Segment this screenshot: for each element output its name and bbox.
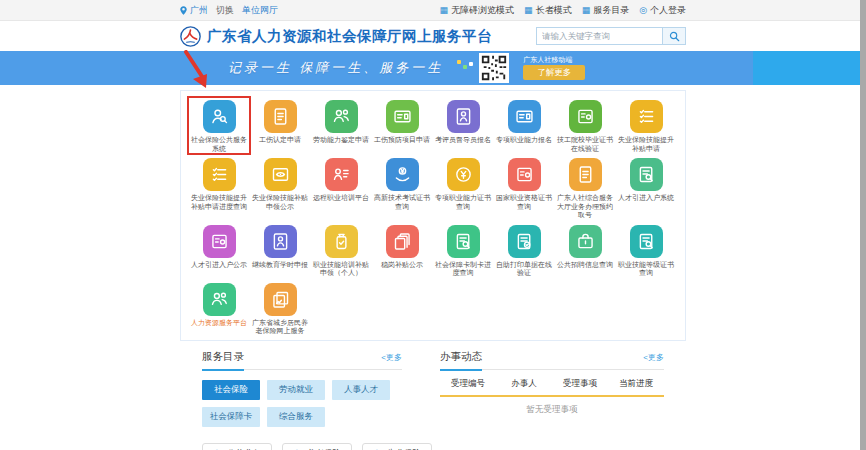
checklist-icon — [630, 100, 663, 133]
service-catalog-more-link[interactable]: <更多 — [381, 352, 402, 363]
service-catalog-section: 服务目录 <更多 社会保险劳动就业人事人才社会保障卡综合服务 公共业务养老保险失… — [202, 350, 402, 450]
site-header: 广东省人力资源和社会保障厅网上服务平台 — [0, 21, 866, 51]
service-icon-item[interactable]: 工伤认定申请 — [250, 98, 310, 153]
service-icon-label: 自助打印单据在线验证 — [494, 261, 554, 278]
service-icon-item[interactable]: 社会保障卡制卡进度查询 — [433, 223, 493, 278]
progress-more-link[interactable]: <更多 — [643, 352, 664, 363]
catalog-tab-2[interactable]: 劳动就业 — [267, 380, 325, 400]
service-icon-label: 人力资源服务平台 — [189, 319, 249, 328]
service-icon-item[interactable]: 考评员督导员报名 — [433, 98, 493, 153]
service-icon-label: 高新技术考试证书查询 — [372, 194, 432, 211]
service-icon-item[interactable]: 人才引进入户公示 — [189, 223, 249, 278]
doc-icon — [264, 100, 297, 133]
search-input[interactable] — [536, 27, 662, 45]
service-icon-item[interactable]: 公共招聘信息查询 — [555, 223, 615, 278]
service-icon-item[interactable]: 广东省城乡居民养老保险网上服务 — [250, 281, 310, 336]
catalog-tab-1[interactable]: 社会保险 — [202, 380, 260, 400]
service-icon-item[interactable]: 远程职业培训平台 — [311, 156, 371, 220]
service-icon-label: 广东人社综合服务大厅业务办理预约取号 — [555, 194, 615, 220]
checklist-icon — [203, 158, 236, 191]
switch-city-link[interactable]: 切换 — [216, 4, 234, 17]
service-icon-label: 国家职业资格证书查询 — [494, 194, 554, 211]
progress-column-header: 受理事项 — [552, 378, 608, 390]
service-icon-item[interactable]: 人力资源服务平台 — [189, 281, 249, 336]
site-search — [536, 27, 686, 45]
service-icon-item[interactable]: 专项职业能力报名 — [494, 98, 554, 153]
service-icon-label: 失业保险技能提升补贴申请进度查询 — [189, 194, 249, 211]
doc-search-icon — [630, 225, 663, 258]
service-icon-item[interactable]: 稳岗补贴公示 — [372, 223, 432, 278]
personal-login-link[interactable]: ◎ 个人登录 — [639, 4, 686, 17]
cert-icon — [569, 100, 602, 133]
service-icon-item[interactable]: 职业技能培训补贴申领（个人） — [311, 223, 371, 278]
service-icon-item[interactable]: 技工院校毕业证书在线验证 — [555, 98, 615, 153]
service-icon-label: 工伤认定申请 — [250, 136, 310, 145]
service-icon-item[interactable]: 自助打印单据在线验证 — [494, 223, 554, 278]
service-icon-item[interactable]: 工伤预防项目申请 — [372, 98, 432, 153]
service-catalog-title: 服务目录 — [202, 350, 244, 364]
learn-more-button[interactable]: 了解更多 — [523, 65, 585, 80]
progress-column-header: 办事人 — [496, 378, 552, 390]
search-button[interactable] — [662, 27, 686, 45]
location-selector[interactable]: 广州 — [180, 4, 208, 17]
photo-check-icon — [264, 283, 297, 316]
service-icon-item[interactable]: 失业保险技能提升补贴申请 — [616, 98, 676, 153]
catalog-tab-3[interactable]: 人事人才 — [332, 380, 390, 400]
insurance-button-2[interactable]: 养老保险 — [282, 443, 352, 450]
coin-icon — [447, 158, 480, 191]
service-icon-item[interactable]: 失业保险技能提升补贴申请进度查询 — [189, 156, 249, 220]
service-icon-item[interactable]: 广东人社综合服务大厅业务办理预约取号 — [555, 156, 615, 220]
doc-check-icon — [508, 225, 541, 258]
catalog-icon: ▦ — [582, 6, 591, 15]
service-icon-item[interactable]: 专项职业能力证书查询 — [433, 156, 493, 220]
elder-mode-icon: ▦ — [524, 6, 533, 15]
service-icon-item[interactable]: 失业保险技能补贴申领公示 — [250, 156, 310, 220]
service-icon-item[interactable]: 国家职业资格证书查询 — [494, 156, 554, 220]
confetti-decoration — [457, 60, 473, 69]
progress-title: 办事动态 — [440, 350, 482, 364]
promo-banner[interactable]: 记录一生 保障一生、服务一生 广东人社移动端 了解更多 — [0, 51, 866, 85]
service-icon-label: 公共招聘信息查询 — [555, 261, 615, 270]
location-pin-icon — [180, 6, 187, 15]
progress-column-header: 当前进度 — [608, 378, 664, 390]
service-icon-item[interactable]: 劳动能力鉴定申请 — [311, 98, 371, 153]
insurance-button-3[interactable]: 失业保险 — [362, 443, 432, 450]
service-icon-label: 社会保障卡制卡进度查询 — [433, 261, 493, 278]
progress-empty-message: 暂无受理事项 — [440, 404, 664, 416]
progress-section: 办事动态 <更多 受理编号办事人受理事项当前进度 暂无受理事项 — [440, 350, 664, 450]
city-label[interactable]: 广州 — [190, 4, 208, 17]
person-door-icon — [264, 225, 297, 258]
accessibility-mode-link[interactable]: ▦ 无障碍浏览模式 — [440, 4, 515, 17]
service-icon-item[interactable]: 人才引进入户系统 — [616, 156, 676, 220]
doc-search-icon — [447, 225, 480, 258]
service-icon-item[interactable]: 高新技术考试证书查询 — [372, 156, 432, 220]
service-icon-item[interactable]: 继续教育学时申报 — [250, 223, 310, 278]
person-door-icon — [447, 100, 480, 133]
service-icon-label: 专项职业能力报名 — [494, 136, 554, 145]
people-icon — [325, 100, 358, 133]
site-logo — [180, 26, 201, 47]
person-list-icon — [325, 158, 358, 191]
qr-caption: 广东人社移动端 — [523, 56, 572, 63]
service-icon-label: 工伤预防项目申请 — [372, 136, 432, 145]
service-icon-label: 考评员督导员报名 — [433, 136, 493, 145]
jar-icon — [325, 225, 358, 258]
people-icon — [203, 283, 236, 316]
service-icon-label: 广东省城乡居民养老保险网上服务 — [250, 319, 310, 336]
catalog-tab-4[interactable]: 社会保障卡 — [202, 407, 260, 427]
unit-hall-link[interactable]: 单位网厅 — [242, 4, 278, 17]
scrollbar-thumb[interactable] — [860, 0, 866, 450]
insurance-button-1[interactable]: 公共业务 — [202, 443, 272, 450]
catalog-tab-5[interactable]: 综合服务 — [267, 407, 325, 427]
service-icon-grid: 社会保险公共服务系统工伤认定申请劳动能力鉴定申请工伤预防项目申请考评员督导员报名… — [180, 90, 686, 341]
bag-icon — [569, 225, 602, 258]
doc-search-icon — [630, 158, 663, 191]
service-icon-item[interactable]: 社会保险公共服务系统 — [189, 98, 249, 153]
cert-icon — [203, 225, 236, 258]
page-scrollbar[interactable] — [860, 0, 866, 450]
top-utility-bar: 广州 切换 单位网厅 ▦ 无障碍浏览模式 ▦ 长者模式 ▦ 服务目录 ◎ 个人登… — [0, 0, 866, 21]
service-catalog-link[interactable]: ▦ 服务目录 — [582, 4, 630, 17]
elder-mode-link[interactable]: ▦ 长者模式 — [524, 4, 572, 17]
service-icon-item[interactable]: 职业技能等级证书查询 — [616, 223, 676, 278]
card-icon — [508, 100, 541, 133]
